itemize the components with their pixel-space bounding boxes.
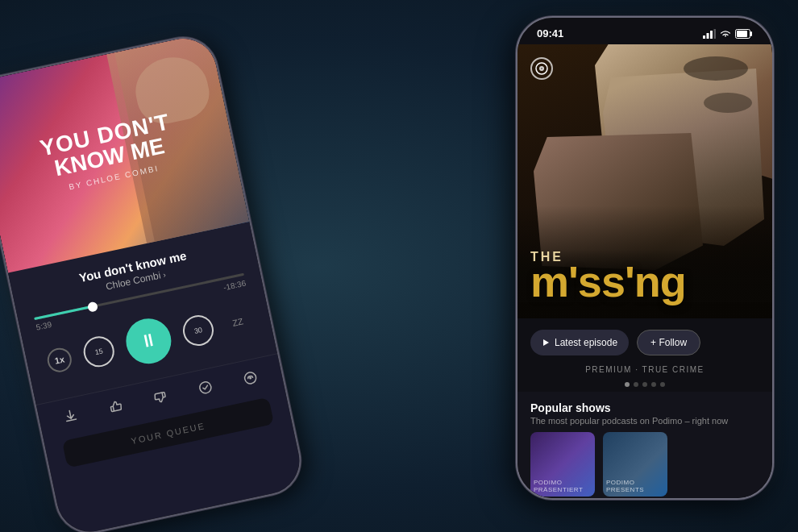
dot-3[interactable] xyxy=(642,382,647,387)
play-icon xyxy=(542,339,550,347)
show-card-2[interactable]: PODIMO PRESENTS xyxy=(603,432,667,497)
skip-back-button[interactable]: 15 xyxy=(81,334,117,370)
author-chevron: › xyxy=(162,270,167,279)
status-icons xyxy=(703,29,753,39)
time-current: 5:39 xyxy=(35,320,52,332)
battery-icon xyxy=(735,29,753,39)
show-card-2-label: PODIMO PRESENTS xyxy=(606,479,664,493)
dot-4[interactable] xyxy=(651,382,656,387)
show-cards-row: PODIMO PRÄSENTIERT PODIMO PRESENTS xyxy=(530,432,759,497)
app-logo xyxy=(529,56,555,81)
popular-shows-section: Popular shows The most popular podcasts … xyxy=(517,392,772,498)
thumbs-up-icon[interactable] xyxy=(102,393,129,420)
status-bar: 09:41 xyxy=(517,18,772,44)
podcast-bg: THE m'ss'ng xyxy=(517,44,772,318)
phone-right: 09:41 xyxy=(516,16,774,500)
svg-rect-3 xyxy=(703,35,705,39)
phone-left: YOU DON'T KNOW ME BY CHLOE COMBI You don… xyxy=(0,31,308,532)
popular-shows-title: Popular shows xyxy=(530,401,759,414)
podcast-title-overlay: THE m'ss'ng xyxy=(517,250,772,302)
svg-rect-5 xyxy=(710,31,713,39)
skip-forward-button[interactable]: 30 xyxy=(180,313,216,349)
cta-row: Latest episode + Follow xyxy=(517,318,772,362)
svg-rect-4 xyxy=(707,33,709,39)
follow-button[interactable]: + Follow xyxy=(637,330,700,355)
share-icon[interactable] xyxy=(237,364,264,391)
status-time: 09:41 xyxy=(537,27,563,39)
queue-label: YOUR QUEUE xyxy=(130,421,206,446)
podcast-header: THE m'ss'ng xyxy=(517,44,772,318)
show-card-1[interactable]: PODIMO PRÄSENTIERT xyxy=(530,432,595,497)
signal-icon xyxy=(703,29,716,39)
show-card-1-label: PODIMO PRÄSENTIERT xyxy=(534,479,592,493)
latest-episode-button[interactable]: Latest episode xyxy=(530,330,629,355)
wifi-icon xyxy=(720,29,731,38)
download-icon[interactable] xyxy=(57,403,84,430)
thumbs-down-icon[interactable] xyxy=(147,384,173,410)
podcast-missing-title: m'ss'ng xyxy=(530,261,759,302)
dot-2[interactable] xyxy=(634,382,638,387)
svg-point-11 xyxy=(541,68,542,69)
checkmark-icon[interactable] xyxy=(192,374,218,401)
dot-5[interactable] xyxy=(660,382,665,387)
svg-rect-8 xyxy=(737,31,747,37)
svg-rect-6 xyxy=(714,29,717,39)
dot-1[interactable] xyxy=(625,382,630,387)
pause-button[interactable]: ⏸ xyxy=(122,314,175,368)
time-remaining: -18:36 xyxy=(222,279,247,293)
dots-indicator xyxy=(517,377,772,392)
sleep-timer-button[interactable]: ZZ xyxy=(223,308,252,337)
logo-icon xyxy=(530,57,553,80)
genre-text: PREMIUM · TRUE CRIME xyxy=(517,362,772,377)
svg-marker-12 xyxy=(543,339,549,346)
popular-shows-subtitle: The most popular podcasts on Podimo – ri… xyxy=(530,416,759,426)
speed-button[interactable]: 1x xyxy=(45,346,74,375)
